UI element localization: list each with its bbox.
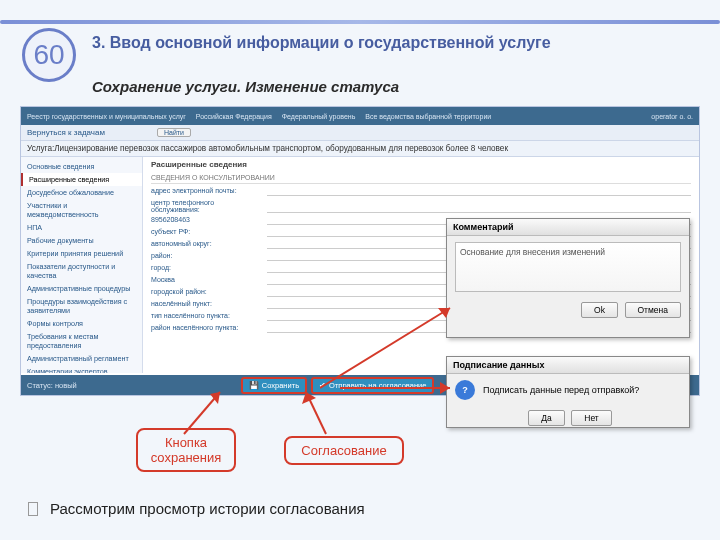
user-label[interactable]: operator о. о. [651,113,693,120]
no-button[interactable]: Нет [571,410,611,426]
section-header: СВЕДЕНИЯ О КОНСУЛЬТИРОВАНИИ [151,172,691,184]
sidebar-item[interactable]: Формы контроля [21,317,142,330]
app-logo-text: Реестр государственных и муниципальных у… [27,113,186,120]
status-label: Статус: новый [27,381,77,390]
dialog-title: Подписание данных [447,357,689,374]
field-label: район: [151,252,261,261]
find-button[interactable]: Найти [157,128,191,137]
field-label: центр телефонного обслуживания: [151,199,261,213]
save-button[interactable]: Сохранить [241,377,307,394]
ok-button[interactable]: Ok [581,302,618,318]
svg-line-6 [306,392,326,434]
sidebar-item[interactable]: Показатели доступности и качества [21,260,142,282]
slide-bullet: Рассмотрим просмотр истории согласования [28,500,365,517]
sidebar-item[interactable]: Административный регламент [21,352,142,365]
slide-number-badge: 60 [22,28,76,82]
breadcrumb-bar: Вернуться к задачам Найти [21,125,699,141]
sidebar-item[interactable]: Требования к местам предоставления [21,330,142,352]
panel-title: Расширенные сведения [151,160,691,169]
level-selector[interactable]: Федеральный уровень [282,113,356,120]
field-label: тип населённого пункта: [151,312,261,321]
field-label: район населённого пункта: [151,324,261,333]
sidebar-item[interactable]: Участники и межведомственность [21,199,142,221]
sidebar-item[interactable]: Критерии принятия решений [21,247,142,260]
field-label: адрес электронной почты: [151,187,261,196]
field-label: населённый пункт: [151,300,261,309]
field-label: городской район: [151,288,261,297]
agency-selector[interactable]: Все ведомства выбранной территории [365,113,491,120]
dialog-message: Подписать данные перед отправкой? [483,385,639,395]
sidebar-item[interactable]: Процедуры взаимодействия с заявителями [21,295,142,317]
sidebar-item[interactable]: Рабочие документы [21,234,142,247]
sidebar: Основные сведения Расширенные сведения Д… [21,157,143,373]
sidebar-item[interactable]: Досудебное обжалование [21,186,142,199]
send-approval-button[interactable]: Отправить на согласование [311,377,434,394]
sidebar-item[interactable]: Основные сведения [21,160,142,173]
callout-agree: Согласование [284,436,404,465]
field-label: город: [151,264,261,273]
question-icon: ? [455,380,475,400]
bullet-icon [28,502,38,516]
dialog-title: Комментарий [447,219,689,236]
sidebar-item-active[interactable]: Расширенные сведения [21,173,142,186]
callout-save: Кнопка сохранения [136,428,236,472]
sidebar-item[interactable]: Административные процедуры [21,282,142,295]
field-input[interactable] [267,199,691,213]
comment-dialog: Комментарий Основание для внесения измен… [446,218,690,338]
region-selector[interactable]: Российская Федерация [196,113,272,120]
field-label: субъект РФ: [151,228,261,237]
app-topbar: Реестр государственных и муниципальных у… [21,107,699,125]
field-input[interactable] [267,187,691,196]
sidebar-item[interactable]: Комментарии экспертов [21,365,142,373]
sidebar-item[interactable]: НПА [21,221,142,234]
sign-dialog: Подписание данных ? Подписать данные пер… [446,356,690,428]
field-label: автономный округ: [151,240,261,249]
field-label: 8956208463 [151,216,261,225]
slide-heading: 3. Ввод основной информации о государств… [92,34,682,52]
bullet-text: Рассмотрим просмотр истории согласования [50,500,365,517]
yes-button[interactable]: Да [528,410,564,426]
comment-textarea[interactable]: Основание для внесения изменений [455,242,681,292]
back-link[interactable]: Вернуться к задачам [27,128,105,137]
slide-subheading: Сохранение услуги. Изменение статуса [92,78,399,95]
service-title: Услуга:Лицензирование перевозок пассажир… [21,141,699,157]
cancel-button[interactable]: Отмена [625,302,682,318]
field-label: Москва [151,276,261,285]
